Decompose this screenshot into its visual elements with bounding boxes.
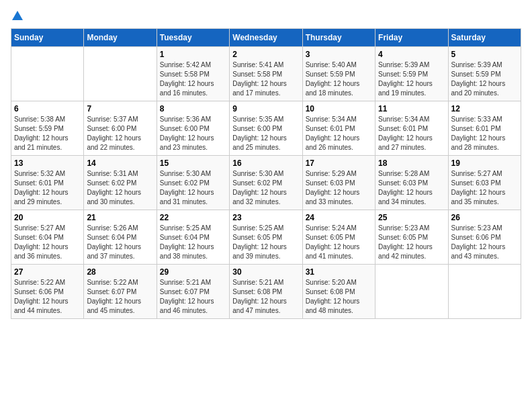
day-cell: 11Sunrise: 5:34 AMSunset: 6:01 PMDayligh… xyxy=(375,101,448,156)
day-number: 8 xyxy=(160,104,226,113)
calendar-table: SundayMondayTuesdayWednesdayThursdayFrid… xyxy=(11,28,521,319)
day-number: 22 xyxy=(160,213,226,222)
day-number: 1 xyxy=(160,50,226,59)
day-detail: Sunrise: 5:22 AMSunset: 6:07 PMDaylight:… xyxy=(87,278,153,316)
day-detail: Sunrise: 5:37 AMSunset: 6:00 PMDaylight:… xyxy=(87,115,153,152)
day-detail: Sunrise: 5:20 AMSunset: 6:08 PMDaylight:… xyxy=(306,278,372,316)
day-number: 30 xyxy=(232,267,299,277)
day-cell: 29Sunrise: 5:21 AMSunset: 6:07 PMDayligh… xyxy=(157,265,229,319)
col-header-saturday: Saturday xyxy=(448,29,521,47)
day-cell: 10Sunrise: 5:34 AMSunset: 6:01 PMDayligh… xyxy=(302,101,375,156)
week-row-0: 1Sunrise: 5:42 AMSunset: 5:58 PMDaylight… xyxy=(11,47,521,101)
day-number: 28 xyxy=(87,267,153,277)
day-number: 23 xyxy=(232,213,299,222)
day-number: 13 xyxy=(14,158,81,168)
day-detail: Sunrise: 5:22 AMSunset: 6:06 PMDaylight:… xyxy=(14,278,81,316)
day-detail: Sunrise: 5:25 AMSunset: 6:04 PMDaylight:… xyxy=(160,224,226,261)
day-detail: Sunrise: 5:25 AMSunset: 6:05 PMDaylight:… xyxy=(232,224,299,261)
day-number: 15 xyxy=(160,158,226,168)
day-detail: Sunrise: 5:40 AMSunset: 5:59 PMDaylight:… xyxy=(306,60,372,98)
day-cell xyxy=(448,265,521,319)
day-number: 27 xyxy=(14,267,81,277)
day-cell: 18Sunrise: 5:28 AMSunset: 6:03 PMDayligh… xyxy=(375,156,448,210)
day-cell: 19Sunrise: 5:27 AMSunset: 6:03 PMDayligh… xyxy=(448,156,521,210)
day-cell: 25Sunrise: 5:23 AMSunset: 6:05 PMDayligh… xyxy=(375,210,448,265)
col-header-tuesday: Tuesday xyxy=(157,29,229,47)
day-number: 7 xyxy=(87,104,153,113)
day-number: 21 xyxy=(87,213,153,222)
day-number: 16 xyxy=(232,158,299,168)
logo-triangle-icon xyxy=(12,11,23,20)
day-cell: 27Sunrise: 5:22 AMSunset: 6:06 PMDayligh… xyxy=(11,265,84,319)
day-detail: Sunrise: 5:41 AMSunset: 5:58 PMDaylight:… xyxy=(232,60,299,98)
day-cell: 5Sunrise: 5:39 AMSunset: 5:59 PMDaylight… xyxy=(448,47,521,101)
day-number: 12 xyxy=(451,104,518,113)
day-cell xyxy=(84,47,157,101)
day-cell: 16Sunrise: 5:30 AMSunset: 6:02 PMDayligh… xyxy=(230,156,302,210)
day-number: 10 xyxy=(306,104,372,113)
day-number: 14 xyxy=(87,158,153,168)
header-row: SundayMondayTuesdayWednesdayThursdayFrid… xyxy=(11,29,521,47)
day-detail: Sunrise: 5:26 AMSunset: 6:04 PMDaylight:… xyxy=(87,224,153,261)
day-cell: 4Sunrise: 5:39 AMSunset: 5:59 PMDaylight… xyxy=(375,47,448,101)
day-detail: Sunrise: 5:29 AMSunset: 6:03 PMDaylight:… xyxy=(306,169,372,207)
day-cell: 2Sunrise: 5:41 AMSunset: 5:58 PMDaylight… xyxy=(230,47,302,101)
day-detail: Sunrise: 5:33 AMSunset: 6:01 PMDaylight:… xyxy=(451,115,518,152)
day-number: 20 xyxy=(14,213,81,222)
day-cell: 20Sunrise: 5:27 AMSunset: 6:04 PMDayligh… xyxy=(11,210,84,265)
day-detail: Sunrise: 5:39 AMSunset: 5:59 PMDaylight:… xyxy=(378,60,445,98)
day-cell: 15Sunrise: 5:30 AMSunset: 6:02 PMDayligh… xyxy=(157,156,229,210)
day-number: 9 xyxy=(232,104,299,113)
day-detail: Sunrise: 5:36 AMSunset: 6:00 PMDaylight:… xyxy=(160,115,226,152)
day-cell: 22Sunrise: 5:25 AMSunset: 6:04 PMDayligh… xyxy=(157,210,229,265)
day-cell: 30Sunrise: 5:21 AMSunset: 6:08 PMDayligh… xyxy=(230,265,302,319)
day-number: 31 xyxy=(306,267,372,277)
day-cell: 13Sunrise: 5:32 AMSunset: 6:01 PMDayligh… xyxy=(11,156,84,210)
col-header-sunday: Sunday xyxy=(11,29,84,47)
day-detail: Sunrise: 5:30 AMSunset: 6:02 PMDaylight:… xyxy=(232,169,299,207)
day-number: 5 xyxy=(451,50,518,59)
day-cell: 26Sunrise: 5:23 AMSunset: 6:06 PMDayligh… xyxy=(448,210,521,265)
day-cell: 3Sunrise: 5:40 AMSunset: 5:59 PMDaylight… xyxy=(302,47,375,101)
day-cell: 14Sunrise: 5:31 AMSunset: 6:02 PMDayligh… xyxy=(84,156,157,210)
week-row-1: 6Sunrise: 5:38 AMSunset: 5:59 PMDaylight… xyxy=(11,101,521,156)
week-row-2: 13Sunrise: 5:32 AMSunset: 6:01 PMDayligh… xyxy=(11,156,521,210)
col-header-wednesday: Wednesday xyxy=(230,29,302,47)
day-number: 25 xyxy=(378,213,445,222)
day-number: 11 xyxy=(378,104,445,113)
day-cell: 28Sunrise: 5:22 AMSunset: 6:07 PMDayligh… xyxy=(84,265,157,319)
day-number: 2 xyxy=(232,50,299,59)
day-detail: Sunrise: 5:39 AMSunset: 5:59 PMDaylight:… xyxy=(451,60,518,98)
col-header-thursday: Thursday xyxy=(302,29,375,47)
day-detail: Sunrise: 5:42 AMSunset: 5:58 PMDaylight:… xyxy=(160,60,226,98)
day-cell: 9Sunrise: 5:35 AMSunset: 6:00 PMDaylight… xyxy=(230,101,302,156)
day-detail: Sunrise: 5:30 AMSunset: 6:02 PMDaylight:… xyxy=(160,169,226,207)
col-header-monday: Monday xyxy=(84,29,157,47)
day-detail: Sunrise: 5:27 AMSunset: 6:03 PMDaylight:… xyxy=(451,169,518,207)
day-number: 6 xyxy=(14,104,81,113)
day-number: 24 xyxy=(306,213,372,222)
day-cell: 23Sunrise: 5:25 AMSunset: 6:05 PMDayligh… xyxy=(230,210,302,265)
day-number: 3 xyxy=(306,50,372,59)
day-cell: 21Sunrise: 5:26 AMSunset: 6:04 PMDayligh… xyxy=(84,210,157,265)
day-cell xyxy=(11,47,84,101)
logo xyxy=(11,11,23,21)
day-detail: Sunrise: 5:34 AMSunset: 6:01 PMDaylight:… xyxy=(378,115,445,152)
day-number: 17 xyxy=(306,158,372,168)
day-number: 4 xyxy=(378,50,445,59)
day-detail: Sunrise: 5:38 AMSunset: 5:59 PMDaylight:… xyxy=(14,115,81,152)
day-number: 19 xyxy=(451,158,518,168)
day-detail: Sunrise: 5:27 AMSunset: 6:04 PMDaylight:… xyxy=(14,224,81,261)
day-detail: Sunrise: 5:34 AMSunset: 6:01 PMDaylight:… xyxy=(306,115,372,152)
day-detail: Sunrise: 5:24 AMSunset: 6:05 PMDaylight:… xyxy=(306,224,372,261)
day-detail: Sunrise: 5:32 AMSunset: 6:01 PMDaylight:… xyxy=(14,169,81,207)
day-cell: 6Sunrise: 5:38 AMSunset: 5:59 PMDaylight… xyxy=(11,101,84,156)
day-cell: 1Sunrise: 5:42 AMSunset: 5:58 PMDaylight… xyxy=(157,47,229,101)
day-detail: Sunrise: 5:21 AMSunset: 6:07 PMDaylight:… xyxy=(160,278,226,316)
day-cell: 7Sunrise: 5:37 AMSunset: 6:00 PMDaylight… xyxy=(84,101,157,156)
day-cell: 24Sunrise: 5:24 AMSunset: 6:05 PMDayligh… xyxy=(302,210,375,265)
day-cell: 31Sunrise: 5:20 AMSunset: 6:08 PMDayligh… xyxy=(302,265,375,319)
day-detail: Sunrise: 5:28 AMSunset: 6:03 PMDaylight:… xyxy=(378,169,445,207)
page-header xyxy=(11,11,521,21)
day-number: 26 xyxy=(451,213,518,222)
